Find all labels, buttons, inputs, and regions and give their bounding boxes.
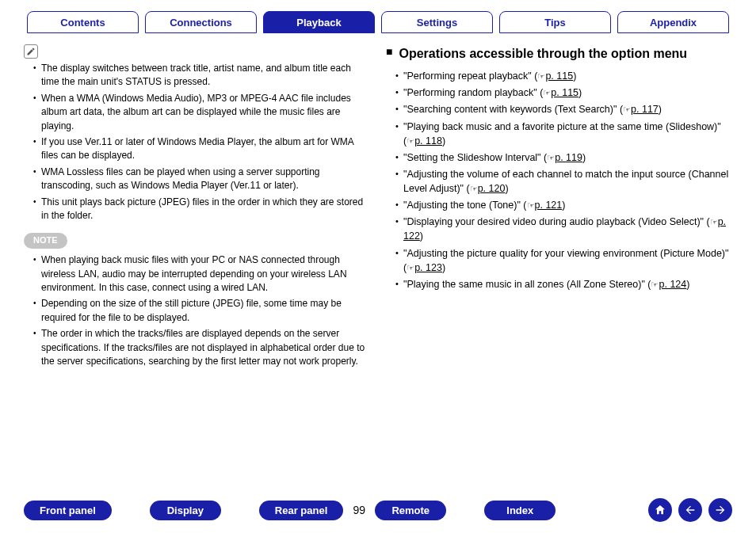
list-item: Depending on the size of the still pictu… (33, 297, 370, 325)
link-icon: ☞ (407, 136, 414, 146)
page-link[interactable]: p. 124 (659, 279, 686, 290)
op-text: "Searching content with keywords (Text S… (403, 104, 617, 115)
remote-button[interactable]: Remote (375, 501, 446, 520)
link-icon: ☞ (470, 184, 478, 193)
page-link[interactable]: p. 121 (535, 200, 563, 211)
list-item: This unit plays back picture (JPEG) file… (33, 196, 370, 223)
tab-tips[interactable]: Tips (499, 11, 611, 33)
tab-appendix[interactable]: Appendix (617, 11, 729, 33)
right-column: ■ Operations accessible through the opti… (386, 44, 732, 371)
list-item: WMA Lossless files can be played when us… (33, 166, 370, 193)
link-icon: ☞ (547, 153, 555, 162)
list-item: "Displaying your desired video during au… (395, 215, 732, 243)
operations-list: "Performing repeat playback" (☞p. 115) "… (386, 69, 732, 291)
list-item: The display switches between track title… (33, 62, 370, 89)
square-bullet-icon: ■ (386, 44, 392, 60)
list-item: The order in which the tracks/files are … (33, 327, 370, 368)
page-link[interactable]: p. 119 (555, 152, 582, 163)
page-number: 99 (343, 504, 375, 516)
op-text: "Playing the same music in all zones (Al… (403, 279, 645, 290)
list-item: When playing back music files with your … (33, 253, 370, 295)
page-link[interactable]: p. 117 (631, 104, 659, 115)
list-item: "Adjusting the picture quality for your … (395, 246, 732, 275)
op-text: "Playing back music and a favorite pictu… (403, 121, 721, 132)
home-icon (654, 504, 666, 516)
link-icon: ☞ (623, 105, 631, 114)
op-text: "Performing random playback" (403, 87, 537, 98)
list-item: "Playing the same music in all zones (Al… (395, 277, 732, 291)
prev-page-button[interactable] (678, 498, 702, 522)
list-item: If you use Ver.11 or later of Windows Me… (33, 135, 370, 163)
arrow-left-icon (684, 504, 697, 516)
page-link[interactable]: p. 115 (545, 70, 573, 82)
tab-playback[interactable]: Playback (263, 11, 375, 33)
op-text: "Performing repeat playback" (403, 70, 532, 82)
bottom-right-group: Remote Index (375, 501, 556, 520)
tab-connections[interactable]: Connections (145, 11, 257, 33)
bottom-nav: Front panel Display Rear panel 99 Remote… (0, 498, 756, 522)
link-icon: ☞ (651, 280, 659, 289)
list-item: "Setting the Slideshow Interval" (☞p. 11… (395, 150, 732, 165)
list-item: "Adjusting the tone (Tone)" (☞p. 121) (395, 198, 732, 212)
front-panel-button[interactable]: Front panel (24, 501, 112, 520)
link-icon: ☞ (710, 217, 718, 227)
page-link[interactable]: p. 120 (478, 183, 506, 194)
list-item: "Searching content with keywords (Text S… (395, 102, 732, 116)
left-column: The display switches between track title… (24, 44, 370, 371)
display-button[interactable]: Display (150, 501, 221, 520)
link-icon: ☞ (407, 263, 414, 272)
next-page-button[interactable] (708, 498, 732, 522)
list-item: "Performing random playback" (☞p. 115) (395, 86, 732, 100)
note-badge: NOTE (24, 233, 67, 249)
page-link[interactable]: p. 123 (414, 262, 442, 273)
link-icon: ☞ (527, 200, 535, 210)
list-item: "Playing back music and a favorite pictu… (395, 120, 732, 148)
tab-settings[interactable]: Settings (381, 11, 493, 33)
info-list: The display switches between track title… (24, 62, 370, 223)
rear-panel-button[interactable]: Rear panel (259, 501, 343, 520)
tab-contents[interactable]: Contents (27, 11, 139, 33)
list-item: "Performing repeat playback" (☞p. 115) (395, 69, 732, 83)
section-heading: Operations accessible through the option… (399, 44, 687, 63)
content-area: The display switches between track title… (0, 33, 756, 371)
section-heading-row: ■ Operations accessible through the opti… (386, 44, 732, 63)
op-text: "Adjusting the tone (Tone)" (403, 200, 521, 211)
op-text: "Adjusting the picture quality for your … (403, 248, 728, 259)
op-text: "Adjusting the volume of each channel to… (403, 169, 728, 194)
index-button[interactable]: Index (484, 501, 556, 520)
list-item: "Adjusting the volume of each channel to… (395, 167, 732, 196)
page-link[interactable]: p. 115 (551, 87, 578, 98)
op-text: "Displaying your desired video during au… (403, 216, 704, 227)
link-icon: ☞ (537, 71, 545, 81)
bottom-left-group: Front panel Display Rear panel (24, 501, 343, 520)
page-link[interactable]: p. 118 (414, 135, 442, 147)
link-icon: ☞ (543, 88, 551, 97)
top-nav: Contents Connections Playback Settings T… (0, 0, 756, 33)
home-button[interactable] (648, 498, 672, 522)
nav-icons (648, 498, 732, 522)
list-item: When a WMA (Windows Media Audio), MP3 or… (33, 92, 370, 133)
note-list: When playing back music files with your … (24, 253, 370, 368)
op-text: "Setting the Slideshow Interval" (403, 152, 541, 163)
pen-icon (24, 44, 38, 59)
arrow-right-icon (714, 504, 727, 516)
